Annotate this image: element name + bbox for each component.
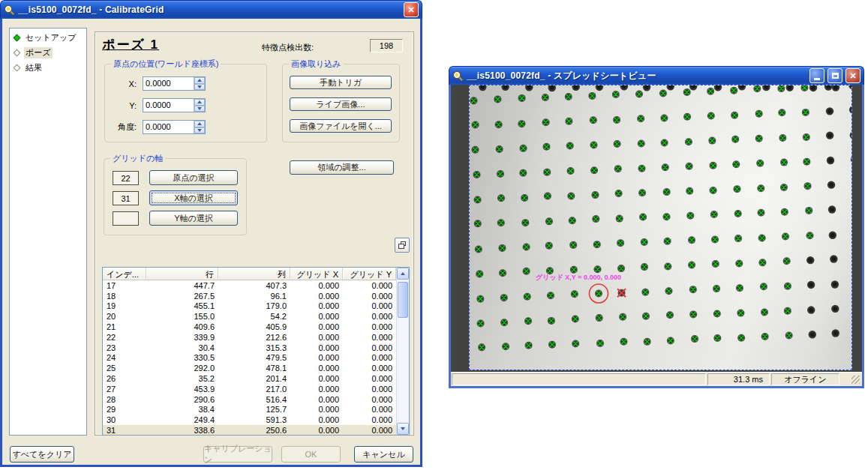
table-cell: 212.6 xyxy=(218,333,290,342)
table-cell: 24 xyxy=(103,353,146,362)
table-row[interactable]: 17447.7407.30.0000.000 xyxy=(103,280,396,291)
spin-up-icon[interactable] xyxy=(194,99,205,106)
table-row[interactable]: 2938.4125.70.0000.000 xyxy=(103,405,396,415)
pending-diamond-icon xyxy=(14,64,21,72)
table-row[interactable]: 31338.6250.60.0000.000 xyxy=(103,425,396,435)
column-header[interactable]: グリッド Y xyxy=(343,268,396,280)
resize-grip[interactable] xyxy=(851,376,860,384)
close-icon[interactable]: ✕ xyxy=(404,2,419,17)
column-header[interactable]: インデ... xyxy=(103,268,146,280)
status-panel-empty xyxy=(452,373,706,385)
origin-group: 原点の位置(ワールド座標系) X: 0.0000 Y: 0.0000 xyxy=(104,64,267,142)
spin-down-icon[interactable] xyxy=(194,127,205,134)
spin-down-icon[interactable] xyxy=(194,84,205,91)
angle-field[interactable]: 0.0000 xyxy=(143,120,206,134)
select-origin-button[interactable]: 原点の選択 xyxy=(149,170,238,185)
calibration-button[interactable]: キャリブレーション xyxy=(203,446,272,463)
table-cell: 0.000 xyxy=(343,374,396,383)
image-view-area[interactable]: グリッド X,Y = 0.000, 0.000 xyxy=(451,85,862,372)
table-scrollbar[interactable] xyxy=(396,268,409,435)
table-cell: 0.000 xyxy=(290,322,343,331)
spin-up-icon[interactable] xyxy=(194,77,205,84)
y-field[interactable]: 0.0000 xyxy=(143,98,206,112)
sidebar-item-結果[interactable]: 結果 xyxy=(11,61,85,74)
y-spinner[interactable] xyxy=(194,99,205,112)
table-cell: 20 xyxy=(103,312,146,321)
table-row[interactable]: 20155.054.20.0000.000 xyxy=(103,311,396,322)
table-cell: 25 xyxy=(103,364,146,373)
scroll-down-icon[interactable] xyxy=(397,423,409,435)
table-cell: 54.2 xyxy=(218,312,290,321)
select-y-axis-button[interactable]: Y軸の選択 xyxy=(149,211,238,226)
table-cell: 0.000 xyxy=(290,405,343,414)
table-cell: 290.6 xyxy=(146,395,218,404)
table-row[interactable]: 21409.6405.90.0000.000 xyxy=(103,322,396,332)
table-row[interactable]: 18267.596.10.0000.000 xyxy=(103,291,396,301)
table-row[interactable]: 22339.9212.60.0000.000 xyxy=(103,332,396,343)
table-row[interactable]: 25292.0478.10.0000.000 xyxy=(103,363,396,373)
maximize-icon[interactable] xyxy=(827,68,842,83)
status-grip-panel xyxy=(841,373,861,385)
table-row[interactable]: 24330.5479.50.0000.000 xyxy=(103,353,396,364)
copy-view-button[interactable] xyxy=(395,238,410,253)
live-image-button[interactable]: ライブ画像... xyxy=(290,97,392,111)
table-cell: 0.000 xyxy=(290,292,343,301)
table-cell: 28 xyxy=(103,395,146,404)
cancel-button[interactable]: キャンセル xyxy=(354,446,413,463)
status-mode: オフライン xyxy=(771,373,839,385)
x-spinner[interactable] xyxy=(194,77,205,90)
table-cell: 125.7 xyxy=(218,405,290,414)
sidebar-item-ポーズ[interactable]: ポーズ xyxy=(11,46,85,59)
column-header[interactable]: グリッド X xyxy=(290,268,343,280)
table-row[interactable]: 27453.9217.00.0000.000 xyxy=(103,384,396,394)
x-field-label: X: xyxy=(107,79,143,88)
table-row[interactable]: 2330.4315.30.0000.000 xyxy=(103,343,396,353)
spin-down-icon[interactable] xyxy=(194,106,205,112)
calibration-dot-grid xyxy=(470,85,851,370)
table-cell: 0.000 xyxy=(290,281,343,290)
pose-title: ポーズ 1 xyxy=(102,36,159,53)
scrollbar-track[interactable] xyxy=(397,280,409,423)
table-cell: 0.000 xyxy=(343,343,396,352)
manual-trigger-button[interactable]: 手動トリガ xyxy=(290,76,392,89)
table-cell: 0.000 xyxy=(343,395,396,404)
spin-up-icon[interactable] xyxy=(194,121,205,127)
spreadsheet-window-titlebar[interactable]: __is5100_0072fd_ - スプレッドシートビュー ✕ xyxy=(449,66,864,85)
table-row[interactable]: 2635.2201.40.0000.000 xyxy=(103,373,396,384)
magnifier-window-icon xyxy=(452,70,464,82)
angle-spinner[interactable] xyxy=(194,121,205,133)
scrollbar-thumb[interactable] xyxy=(398,282,408,318)
close-icon[interactable]: ✕ xyxy=(845,68,860,83)
magnifier-window-icon xyxy=(4,4,15,16)
angle-field-value[interactable]: 0.0000 xyxy=(143,121,194,133)
sidebar-item-label: セットアップ xyxy=(24,32,78,43)
table-cell: 21 xyxy=(103,322,146,331)
table-row[interactable]: 19455.1179.00.0000.000 xyxy=(103,301,396,312)
x-field[interactable]: 0.0000 xyxy=(143,76,206,91)
feature-table-header[interactable]: インデ...行列グリッド Xグリッド Y xyxy=(103,268,396,280)
scroll-up-icon[interactable] xyxy=(397,268,409,280)
table-row[interactable]: 28290.6516.40.0000.000 xyxy=(103,394,396,405)
open-image-file-button[interactable]: 画像ファイルを開く... xyxy=(290,119,392,133)
calibration-image[interactable]: グリッド X,Y = 0.000, 0.000 xyxy=(469,85,852,370)
select-x-axis-button[interactable]: X軸の選択 xyxy=(149,190,238,205)
table-cell: 0.000 xyxy=(343,385,396,394)
clear-all-button[interactable]: すべてをクリア xyxy=(10,446,74,463)
calibrate-window-titlebar[interactable]: __is5100_0072fd_ - CalibrateGrid ✕ xyxy=(0,0,422,19)
ok-button[interactable]: OK xyxy=(281,446,341,463)
column-header[interactable]: 列 xyxy=(218,268,290,280)
x-field-value[interactable]: 0.0000 xyxy=(143,77,194,90)
table-cell: 0.000 xyxy=(343,405,396,414)
table-row[interactable]: 30249.4591.30.0000.000 xyxy=(103,415,396,425)
sidebar-item-セットアップ[interactable]: セットアップ xyxy=(11,31,85,44)
table-cell: 0.000 xyxy=(343,426,396,435)
calibrate-grid-window: __is5100_0072fd_ - CalibrateGrid ✕ セットアッ… xyxy=(0,0,422,467)
feature-count-value: 198 xyxy=(370,39,403,52)
window-title: __is5100_0072fd_ - CalibrateGrid xyxy=(18,4,401,15)
minimize-icon[interactable] xyxy=(809,68,824,83)
table-cell: 0.000 xyxy=(290,312,343,321)
column-header[interactable]: 行 xyxy=(146,268,218,280)
spreadsheet-window-body: グリッド X,Y = 0.000, 0.000 31.3 ms オフライン xyxy=(449,85,864,388)
y-field-value[interactable]: 0.0000 xyxy=(143,99,194,112)
adjust-region-button[interactable]: 領域の調整... xyxy=(290,160,394,175)
